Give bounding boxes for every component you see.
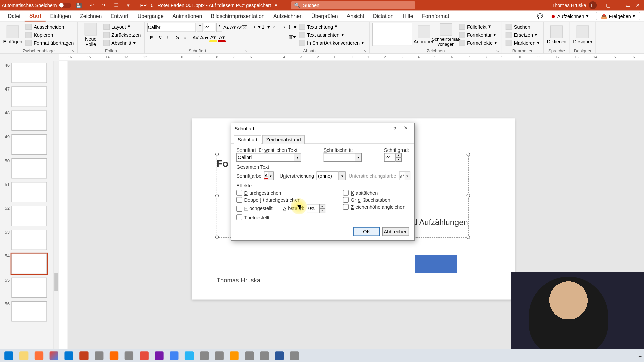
font-name-dropdown[interactable]: ▾ — [197, 23, 203, 32]
underline-color-dropdown[interactable]: 🖉▾ — [399, 171, 410, 180]
taskbar-app-6[interactable] — [182, 350, 196, 361]
justify-button[interactable]: ≡ — [279, 33, 287, 41]
tab-view[interactable]: Ansicht — [342, 11, 369, 21]
decrease-font-icon[interactable]: A▾ — [230, 24, 236, 30]
taskbar-app-12[interactable] — [287, 350, 302, 361]
offset-down[interactable]: ▾ — [319, 208, 325, 213]
designer-button[interactable]: Designer — [573, 23, 593, 47]
ok-button[interactable]: OK — [353, 227, 380, 236]
arrange-button[interactable]: Anordnen — [414, 23, 434, 47]
bold-button[interactable]: F — [147, 34, 155, 42]
tab-file[interactable]: Datei — [4, 11, 25, 21]
dialog-tab-font[interactable]: Schriftart — [234, 135, 261, 144]
slide-shape-rectangle[interactable] — [415, 255, 457, 273]
search-box[interactable]: 🔍 Suchen — [291, 1, 415, 9]
slide-thumbnail-50[interactable]: 50 — [0, 157, 59, 180]
slide-thumbnail-56[interactable]: 56 — [0, 300, 59, 323]
drawing-launcher[interactable]: ↘ — [496, 49, 499, 53]
new-slide-button[interactable]: Neue Folie — [80, 23, 101, 47]
tab-design[interactable]: Entwurf — [106, 11, 133, 21]
font-style-dropdown[interactable]: ▾ — [355, 153, 362, 162]
numbering-button[interactable]: 1≡▾ — [262, 23, 270, 31]
shape-effects-button[interactable]: Formeffekte▾ — [458, 39, 498, 46]
columns-button[interactable]: ▥▾ — [288, 33, 297, 41]
strikethrough-button[interactable]: S̶ — [174, 34, 182, 42]
taskbar-app-3[interactable] — [122, 350, 136, 361]
align-text-button[interactable]: Text ausrichten▾ — [298, 31, 365, 38]
dialog-tab-spacing[interactable]: Zeichenabstand — [262, 135, 305, 144]
size-up[interactable]: ▴ — [395, 153, 401, 157]
highlight-button[interactable]: A▾ — [209, 34, 217, 42]
save-icon[interactable]: 💾 — [74, 1, 83, 10]
font-launcher[interactable]: ↘ — [244, 49, 247, 53]
align-center-button[interactable]: ≡ — [262, 33, 270, 41]
slide-thumbnail-55[interactable]: 55 — [0, 276, 59, 299]
taskbar-edge[interactable] — [62, 350, 76, 361]
maximize-icon[interactable]: ▭ — [623, 1, 632, 10]
shapes-gallery[interactable] — [372, 23, 412, 46]
tab-help[interactable]: Hilfe — [398, 11, 418, 21]
tab-slideshow[interactable]: Bildschirmpräsentation — [206, 11, 269, 21]
tab-draw[interactable]: Zeichnen — [75, 11, 106, 21]
taskbar-powerpoint[interactable] — [77, 350, 91, 361]
tab-animations[interactable]: Animationen — [168, 11, 206, 21]
slide-thumbnail-52[interactable]: 52 — [0, 204, 59, 228]
quick-styles-button[interactable]: Schnellformat- vorlagen — [436, 23, 457, 47]
touch-mode-icon[interactable]: ☰ — [112, 1, 120, 10]
slide-thumbnail-51[interactable]: 51 — [0, 180, 59, 204]
italic-button[interactable]: K — [156, 34, 164, 42]
taskbar-app-5[interactable] — [167, 350, 181, 361]
undo-icon[interactable]: ↶ — [87, 1, 96, 10]
taskbar-onenote[interactable] — [152, 350, 166, 361]
bullets-button[interactable]: •≡▾ — [253, 23, 261, 31]
taskbar-word[interactable] — [272, 350, 286, 361]
underline-combo[interactable] — [317, 171, 339, 180]
font-size-dropdown[interactable]: ▾ — [216, 23, 222, 32]
font-style-combo[interactable] — [324, 153, 355, 162]
offset-up[interactable]: ▴ — [319, 204, 325, 208]
subscript-checkbox[interactable]: Tiefgestellt — [236, 214, 325, 220]
taskbar-app-2[interactable] — [107, 350, 121, 361]
taskbar-app-7[interactable] — [197, 350, 211, 361]
font-color-button[interactable]: A▾ — [218, 34, 226, 42]
vertical-ruler[interactable] — [59, 61, 68, 353]
font-color-dropdown[interactable]: A▾ — [264, 171, 273, 180]
slide-thumbnail-47[interactable]: 47 — [0, 85, 59, 109]
decrease-indent-button[interactable]: ⇤ — [271, 23, 279, 31]
font-size-input[interactable] — [204, 23, 215, 32]
cut-button[interactable]: Ausschneiden — [25, 23, 75, 31]
redo-icon[interactable]: ↷ — [99, 1, 108, 10]
align-left-button[interactable]: ≡ — [253, 33, 261, 41]
close-icon[interactable]: ✕ — [633, 1, 642, 10]
change-case-button[interactable]: Aa▾ — [200, 34, 208, 42]
taskbar-chrome[interactable] — [47, 350, 61, 361]
tab-review[interactable]: Überprüfen — [307, 11, 342, 21]
convert-smartart-button[interactable]: In SmartArt konvertieren▾ — [298, 39, 365, 46]
reset-button[interactable]: Zurücksetzen — [103, 31, 142, 38]
text-direction-button[interactable]: Textrichtung▾ — [298, 23, 365, 31]
layout-button[interactable]: Layout▾ — [103, 23, 142, 31]
copy-button[interactable]: Kopieren — [25, 31, 75, 38]
superscript-checkbox[interactable]: Hochgestellt — [236, 206, 272, 212]
record-button[interactable]: ⏺Aufzeichnen▾ — [548, 12, 592, 20]
double-strikethrough-checkbox[interactable]: Doppelt durchgestrichen — [236, 197, 325, 203]
paste-button[interactable]: Einfügen — [3, 23, 23, 47]
offset-field[interactable] — [307, 204, 319, 213]
taskbar-app-4[interactable] — [137, 350, 151, 361]
tray-weather-icon[interactable]: ☁ — [638, 353, 642, 358]
tab-dictation[interactable]: Dictation — [369, 11, 398, 21]
account-button[interactable]: Thomas Hruska TH — [552, 1, 597, 9]
shape-fill-button[interactable]: Fülleffekt▾ — [458, 23, 498, 31]
slide-thumbnail-54[interactable]: 54 — [0, 252, 59, 276]
tab-home[interactable]: Start — [25, 11, 46, 21]
equalize-checkbox[interactable]: Zeichenhöhe angleichen — [343, 204, 406, 210]
underline-button[interactable]: U — [165, 34, 173, 42]
shadow-button[interactable]: ab — [183, 34, 191, 42]
char-spacing-button[interactable]: AV — [192, 34, 200, 42]
scrollbar-thumb[interactable] — [54, 273, 58, 291]
size-down[interactable]: ▾ — [395, 157, 401, 162]
slide-thumbnail-53[interactable]: 53 — [0, 228, 59, 252]
thumbnails-scrollbar[interactable] — [53, 61, 59, 353]
dialog-close-icon[interactable]: ✕ — [400, 125, 411, 131]
taskbar-app-8[interactable] — [212, 350, 226, 361]
